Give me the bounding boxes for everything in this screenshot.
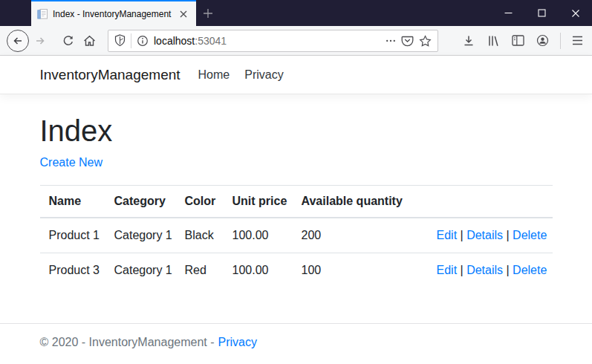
tab-title: Index - InventoryManagement <box>53 9 172 19</box>
cell-color: Red <box>176 253 224 288</box>
delete-link[interactable]: Delete <box>513 264 547 276</box>
details-link[interactable]: Details <box>466 264 503 276</box>
window-minimize-button[interactable] <box>492 0 525 26</box>
products-table: Name Category Color Unit price Available… <box>40 185 553 287</box>
forward-button[interactable] <box>30 30 51 51</box>
back-button[interactable] <box>6 29 30 53</box>
window-close-button[interactable] <box>559 0 592 26</box>
action-separator: | <box>503 229 513 241</box>
cell-quantity: 100 <box>293 253 428 288</box>
web-page: InventoryManagement Home Privacy Index C… <box>0 56 592 364</box>
reload-icon <box>62 35 74 47</box>
table-row: Product 3 Category 1 Red 100.00 100 Edit… <box>40 253 553 288</box>
cell-name: Product 1 <box>40 218 105 253</box>
bookmark-star-icon[interactable] <box>419 35 432 47</box>
column-header-unit-price: Unit price <box>224 186 293 218</box>
sidebar-button[interactable] <box>507 30 528 51</box>
brand-link[interactable]: InventoryManagement <box>40 67 180 83</box>
cell-unit-price: 100.00 <box>224 218 293 253</box>
url-port: :53041 <box>195 35 227 47</box>
browser-titlebar: Index - InventoryManagement <box>0 0 592 26</box>
site-info-icon[interactable] <box>137 35 149 47</box>
cell-unit-price: 100.00 <box>224 253 293 288</box>
nav-link-home[interactable]: Home <box>191 62 238 88</box>
url-text[interactable]: localhost:53041 <box>154 35 380 47</box>
forward-icon <box>34 35 46 47</box>
window-maximize-button[interactable] <box>525 0 559 26</box>
delete-link[interactable]: Delete <box>513 229 547 241</box>
column-header-available-quantity: Available quantity <box>293 186 428 218</box>
toolbar-separator <box>560 33 561 49</box>
pocket-icon[interactable] <box>401 35 414 47</box>
cell-color: Black <box>176 218 224 253</box>
url-host: localhost <box>154 35 195 47</box>
main-content: Index Create New Name Category Color Uni… <box>0 94 592 323</box>
page-favicon-icon <box>36 8 48 20</box>
column-header-category: Category <box>105 186 176 218</box>
reload-button[interactable] <box>58 30 79 51</box>
site-nav: Home Privacy <box>191 62 291 88</box>
copyright-text: © 2020 - InventoryManagement - <box>40 336 215 349</box>
page-title: Index <box>40 113 553 149</box>
back-icon <box>7 30 29 52</box>
column-header-color: Color <box>176 186 224 218</box>
column-header-actions <box>428 186 553 218</box>
browser-tab-active[interactable]: Index - InventoryManagement <box>31 0 196 26</box>
table-row: Product 1 Category 1 Black 100.00 200 Ed… <box>40 218 553 253</box>
tab-close-icon[interactable] <box>177 7 190 21</box>
action-separator: | <box>457 264 466 276</box>
details-link[interactable]: Details <box>466 229 503 241</box>
home-icon <box>83 35 96 47</box>
action-separator: | <box>457 229 466 241</box>
edit-link[interactable]: Edit <box>437 264 458 276</box>
account-icon <box>536 34 549 47</box>
library-button[interactable] <box>483 30 504 51</box>
page-actions-icon[interactable] <box>386 36 396 46</box>
cell-name: Product 3 <box>40 253 105 288</box>
site-navbar: InventoryManagement Home Privacy <box>0 56 592 94</box>
cell-category: Category 1 <box>105 218 176 253</box>
downloads-button[interactable] <box>458 30 479 51</box>
sidebar-icon <box>512 35 524 46</box>
create-new-link[interactable]: Create New <box>40 156 103 169</box>
column-header-name: Name <box>40 186 105 218</box>
urlbar-separator <box>131 33 131 48</box>
cell-actions: Edit | Details | Delete <box>428 253 553 288</box>
window-controls <box>492 0 592 26</box>
menu-button[interactable] <box>567 30 588 51</box>
home-button[interactable] <box>79 30 100 51</box>
cell-category: Category 1 <box>105 253 176 288</box>
footer-privacy-link[interactable]: Privacy <box>218 336 257 349</box>
menu-icon <box>572 36 583 45</box>
download-icon <box>463 35 475 47</box>
new-tab-button[interactable] <box>201 6 215 21</box>
nav-link-privacy[interactable]: Privacy <box>237 62 290 88</box>
edit-link[interactable]: Edit <box>437 229 458 241</box>
account-button[interactable] <box>532 30 553 51</box>
cell-quantity: 200 <box>293 218 428 253</box>
shield-icon[interactable] <box>114 34 126 47</box>
address-bar[interactable]: localhost:53041 <box>108 30 438 52</box>
site-footer: © 2020 - InventoryManagement - Privacy <box>0 323 592 364</box>
table-header-row: Name Category Color Unit price Available… <box>40 186 553 218</box>
browser-toolbar: localhost:53041 <box>0 26 592 56</box>
action-separator: | <box>503 264 513 276</box>
cell-actions: Edit | Details | Delete <box>428 218 553 253</box>
library-icon <box>487 35 500 47</box>
